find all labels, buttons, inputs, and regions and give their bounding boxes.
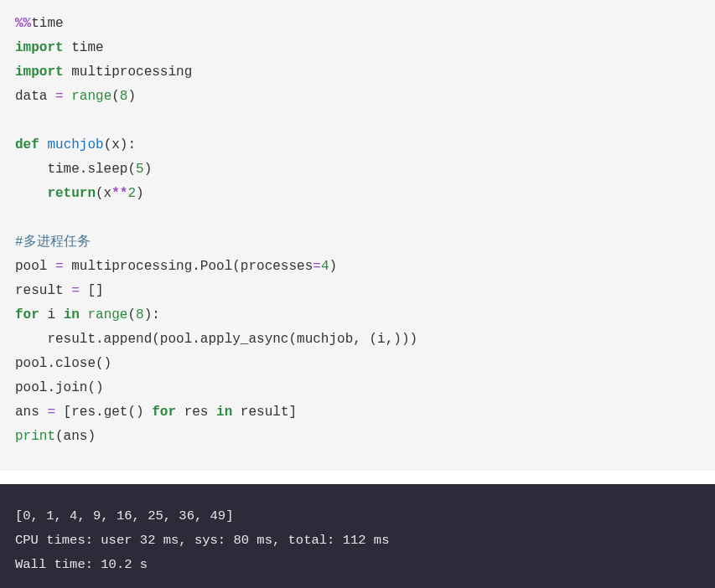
code-token: muchjob — [47, 137, 103, 152]
code-token: result] — [232, 405, 297, 420]
code-line: data = range(8) — [15, 85, 700, 109]
code-token: ) — [127, 89, 136, 104]
code-token: 5 — [136, 162, 144, 177]
code-token: (x — [96, 186, 111, 201]
code-token: ( — [111, 89, 120, 104]
code-token: pool — [15, 259, 55, 274]
code-line: import multiprocessing — [15, 60, 700, 85]
code-line: pool.join() — [15, 376, 700, 400]
code-token: in — [216, 405, 232, 420]
code-token — [15, 186, 47, 201]
code-token: = — [55, 89, 64, 104]
code-line: result = [] — [15, 279, 700, 303]
code-token: (x): — [104, 137, 136, 152]
code-token: = — [313, 259, 321, 274]
code-token: res — [176, 405, 216, 420]
code-token: 8 — [136, 307, 144, 322]
code-line — [15, 109, 700, 133]
code-line: #多进程任务 — [15, 230, 700, 255]
code-token: time — [64, 40, 104, 55]
code-token: time — [31, 16, 63, 31]
code-line: pool = multiprocessing.Pool(processes=4) — [15, 255, 700, 279]
code-token: 4 — [321, 259, 329, 274]
code-token: return — [47, 186, 96, 201]
code-token: in — [64, 307, 80, 322]
code-token: = — [71, 283, 80, 298]
code-token: import — [15, 40, 64, 55]
code-token: #多进程任务 — [15, 235, 91, 250]
code-token: multiprocessing.Pool(processes — [64, 259, 313, 274]
code-token: result — [15, 283, 71, 298]
code-token: ans — [15, 405, 47, 420]
code-token: result.append(pool.apply_async(muchjob, … — [15, 332, 417, 347]
code-token: ** — [111, 186, 127, 201]
code-token: multiprocessing — [64, 64, 193, 80]
code-token: ): — [144, 307, 160, 322]
code-token: time.sleep( — [15, 162, 136, 177]
code-line — [15, 206, 700, 230]
code-line: import time — [15, 36, 700, 60]
code-line: def muchjob(x): — [15, 133, 700, 157]
code-token: range — [87, 307, 127, 322]
output-cell: [0, 1, 4, 9, 16, 25, 36, 49]CPU times: u… — [0, 484, 715, 588]
output-line: Wall time: 10.2 s — [15, 553, 700, 577]
code-line: time.sleep(5) — [15, 157, 700, 182]
code-line: pool.close() — [15, 352, 700, 376]
code-token: ) — [329, 259, 338, 274]
code-token: 2 — [127, 186, 136, 201]
code-token: range — [71, 89, 111, 104]
code-line: result.append(pool.apply_async(muchjob, … — [15, 328, 700, 352]
code-token: data — [15, 89, 55, 104]
code-token: ) — [144, 162, 153, 177]
code-token — [64, 89, 72, 104]
output-line: CPU times: user 32 ms, sys: 80 ms, total… — [15, 529, 700, 553]
code-token: [res.get() — [55, 405, 152, 420]
code-token: = — [47, 405, 55, 420]
code-token: ( — [127, 307, 136, 322]
code-token: pool.join() — [15, 380, 104, 395]
output-line: [0, 1, 4, 9, 16, 25, 36, 49] — [15, 504, 700, 529]
code-token: (ans) — [55, 429, 96, 444]
code-line: %%time — [15, 12, 700, 36]
code-token: for — [15, 307, 39, 322]
code-token: import — [15, 64, 64, 80]
code-token: i — [39, 307, 64, 322]
code-cell: %%timeimport timeimport multiprocessingd… — [0, 0, 715, 471]
code-token: ) — [136, 186, 144, 201]
code-token: print — [15, 429, 55, 444]
code-token: [] — [80, 283, 104, 298]
code-line: return(x**2) — [15, 182, 700, 206]
code-token: = — [55, 259, 64, 274]
code-token: for — [152, 405, 176, 420]
code-token: %% — [15, 16, 31, 31]
code-token — [39, 137, 48, 152]
code-token — [80, 307, 88, 322]
code-line: for i in range(8): — [15, 303, 700, 328]
code-token: pool.close() — [15, 356, 111, 371]
code-line: print(ans) — [15, 425, 700, 449]
code-line: ans = [res.get() for res in result] — [15, 400, 700, 425]
code-token: def — [15, 137, 39, 152]
